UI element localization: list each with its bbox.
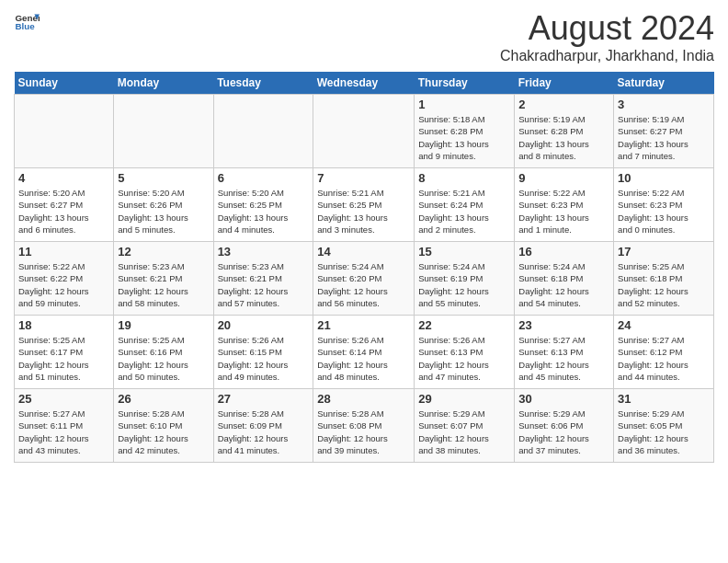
- calendar-cell: 26Sunrise: 5:28 AM Sunset: 6:10 PM Dayli…: [114, 389, 213, 463]
- day-number: 3: [618, 98, 710, 111]
- calendar-week-2: 4Sunrise: 5:20 AM Sunset: 6:27 PM Daylig…: [15, 168, 714, 242]
- day-info: Sunrise: 5:19 AM Sunset: 6:27 PM Dayligh…: [618, 113, 710, 162]
- day-number: 5: [118, 171, 209, 185]
- day-number: 7: [317, 171, 410, 185]
- day-info: Sunrise: 5:29 AM Sunset: 6:05 PM Dayligh…: [618, 408, 710, 456]
- day-info: Sunrise: 5:24 AM Sunset: 6:20 PM Dayligh…: [317, 260, 410, 309]
- calendar-cell: 8Sunrise: 5:21 AM Sunset: 6:24 PM Daylig…: [415, 168, 515, 242]
- calendar-cell: 18Sunrise: 5:25 AM Sunset: 6:17 PM Dayli…: [15, 316, 114, 389]
- day-number: 21: [317, 318, 410, 332]
- header-friday: Friday: [515, 72, 614, 95]
- month-title: August 2024: [500, 9, 714, 48]
- day-number: 18: [18, 318, 109, 332]
- day-number: 2: [518, 98, 609, 111]
- calendar-cell: 5Sunrise: 5:20 AM Sunset: 6:26 PM Daylig…: [114, 168, 213, 242]
- day-info: Sunrise: 5:23 AM Sunset: 6:21 PM Dayligh…: [118, 260, 209, 309]
- day-info: Sunrise: 5:28 AM Sunset: 6:08 PM Dayligh…: [317, 408, 410, 456]
- day-info: Sunrise: 5:27 AM Sunset: 6:13 PM Dayligh…: [518, 334, 609, 383]
- calendar-week-3: 11Sunrise: 5:22 AM Sunset: 6:22 PM Dayli…: [15, 242, 714, 316]
- calendar-cell: 13Sunrise: 5:23 AM Sunset: 6:21 PM Dayli…: [213, 242, 313, 316]
- calendar-cell: 28Sunrise: 5:28 AM Sunset: 6:08 PM Dayli…: [313, 389, 415, 463]
- calendar-cell: 11Sunrise: 5:22 AM Sunset: 6:22 PM Dayli…: [15, 242, 114, 316]
- day-info: Sunrise: 5:23 AM Sunset: 6:21 PM Dayligh…: [218, 260, 310, 309]
- page-container: General Blue August 2024 Chakradharpur, …: [0, 0, 728, 467]
- calendar-cell: 6Sunrise: 5:20 AM Sunset: 6:25 PM Daylig…: [213, 168, 313, 242]
- day-info: Sunrise: 5:26 AM Sunset: 6:14 PM Dayligh…: [317, 334, 410, 383]
- calendar-cell: 10Sunrise: 5:22 AM Sunset: 6:23 PM Dayli…: [614, 168, 714, 242]
- calendar-cell: 22Sunrise: 5:26 AM Sunset: 6:13 PM Dayli…: [415, 316, 515, 389]
- day-number: 27: [218, 392, 310, 406]
- day-number: 31: [618, 392, 710, 406]
- day-info: Sunrise: 5:18 AM Sunset: 6:28 PM Dayligh…: [418, 113, 510, 162]
- calendar-cell: 20Sunrise: 5:26 AM Sunset: 6:15 PM Dayli…: [213, 316, 313, 389]
- day-number: 16: [518, 245, 609, 259]
- day-info: Sunrise: 5:19 AM Sunset: 6:28 PM Dayligh…: [518, 113, 609, 162]
- calendar-cell: [213, 95, 313, 168]
- day-number: 11: [18, 245, 109, 259]
- header-thursday: Thursday: [415, 72, 515, 95]
- calendar-week-4: 18Sunrise: 5:25 AM Sunset: 6:17 PM Dayli…: [15, 316, 714, 389]
- day-number: 14: [317, 245, 410, 259]
- day-info: Sunrise: 5:25 AM Sunset: 6:17 PM Dayligh…: [18, 334, 109, 383]
- day-number: 13: [218, 245, 310, 259]
- day-number: 25: [18, 392, 109, 406]
- svg-text:Blue: Blue: [15, 21, 35, 31]
- calendar-cell: 12Sunrise: 5:23 AM Sunset: 6:21 PM Dayli…: [114, 242, 213, 316]
- calendar-cell: 9Sunrise: 5:22 AM Sunset: 6:23 PM Daylig…: [515, 168, 614, 242]
- day-info: Sunrise: 5:29 AM Sunset: 6:07 PM Dayligh…: [418, 408, 510, 456]
- day-info: Sunrise: 5:25 AM Sunset: 6:16 PM Dayligh…: [118, 334, 209, 383]
- calendar-cell: 14Sunrise: 5:24 AM Sunset: 6:20 PM Dayli…: [313, 242, 415, 316]
- day-info: Sunrise: 5:20 AM Sunset: 6:26 PM Dayligh…: [118, 187, 209, 236]
- day-info: Sunrise: 5:25 AM Sunset: 6:18 PM Dayligh…: [618, 260, 710, 309]
- calendar-cell: 29Sunrise: 5:29 AM Sunset: 6:07 PM Dayli…: [415, 389, 515, 463]
- calendar-cell: [313, 95, 415, 168]
- day-info: Sunrise: 5:24 AM Sunset: 6:18 PM Dayligh…: [518, 260, 609, 309]
- day-number: 28: [317, 392, 410, 406]
- calendar-cell: 31Sunrise: 5:29 AM Sunset: 6:05 PM Dayli…: [614, 389, 714, 463]
- header-sunday: Sunday: [15, 72, 114, 95]
- day-number: 6: [218, 171, 310, 185]
- calendar-cell: 16Sunrise: 5:24 AM Sunset: 6:18 PM Dayli…: [515, 242, 614, 316]
- header-tuesday: Tuesday: [213, 72, 313, 95]
- day-number: 26: [118, 392, 209, 406]
- calendar-cell: 19Sunrise: 5:25 AM Sunset: 6:16 PM Dayli…: [114, 316, 213, 389]
- day-info: Sunrise: 5:28 AM Sunset: 6:09 PM Dayligh…: [218, 408, 310, 456]
- calendar-table: Sunday Monday Tuesday Wednesday Thursday…: [14, 72, 714, 463]
- day-number: 23: [518, 318, 609, 332]
- calendar-cell: 24Sunrise: 5:27 AM Sunset: 6:12 PM Dayli…: [614, 316, 714, 389]
- day-number: 12: [118, 245, 209, 259]
- logo-icon: General Blue: [14, 9, 40, 35]
- calendar-cell: 21Sunrise: 5:26 AM Sunset: 6:14 PM Dayli…: [313, 316, 415, 389]
- day-info: Sunrise: 5:21 AM Sunset: 6:25 PM Dayligh…: [317, 187, 410, 236]
- calendar-cell: [15, 95, 114, 168]
- calendar-week-1: 1Sunrise: 5:18 AM Sunset: 6:28 PM Daylig…: [15, 95, 714, 168]
- calendar-body: 1Sunrise: 5:18 AM Sunset: 6:28 PM Daylig…: [15, 95, 714, 463]
- title-section: August 2024 Chakradharpur, Jharkhand, In…: [500, 9, 714, 64]
- calendar-cell: 25Sunrise: 5:27 AM Sunset: 6:11 PM Dayli…: [15, 389, 114, 463]
- day-info: Sunrise: 5:20 AM Sunset: 6:27 PM Dayligh…: [18, 187, 109, 236]
- day-number: 20: [218, 318, 310, 332]
- calendar-cell: 23Sunrise: 5:27 AM Sunset: 6:13 PM Dayli…: [515, 316, 614, 389]
- day-info: Sunrise: 5:29 AM Sunset: 6:06 PM Dayligh…: [518, 408, 609, 456]
- header-saturday: Saturday: [614, 72, 714, 95]
- day-info: Sunrise: 5:28 AM Sunset: 6:10 PM Dayligh…: [118, 408, 209, 456]
- day-info: Sunrise: 5:26 AM Sunset: 6:15 PM Dayligh…: [218, 334, 310, 383]
- day-number: 17: [618, 245, 710, 259]
- calendar-cell: 2Sunrise: 5:19 AM Sunset: 6:28 PM Daylig…: [515, 95, 614, 168]
- header-wednesday: Wednesday: [313, 72, 415, 95]
- day-number: 29: [418, 392, 510, 406]
- calendar-cell: 3Sunrise: 5:19 AM Sunset: 6:27 PM Daylig…: [614, 95, 714, 168]
- calendar-cell: 4Sunrise: 5:20 AM Sunset: 6:27 PM Daylig…: [15, 168, 114, 242]
- day-info: Sunrise: 5:22 AM Sunset: 6:22 PM Dayligh…: [18, 260, 109, 309]
- day-number: 9: [518, 171, 609, 185]
- day-info: Sunrise: 5:22 AM Sunset: 6:23 PM Dayligh…: [618, 187, 710, 236]
- day-info: Sunrise: 5:26 AM Sunset: 6:13 PM Dayligh…: [418, 334, 510, 383]
- calendar-header: Sunday Monday Tuesday Wednesday Thursday…: [15, 72, 714, 95]
- day-number: 30: [518, 392, 609, 406]
- calendar-cell: 1Sunrise: 5:18 AM Sunset: 6:28 PM Daylig…: [415, 95, 515, 168]
- header-monday: Monday: [114, 72, 213, 95]
- day-number: 24: [618, 318, 710, 332]
- calendar-cell: 15Sunrise: 5:24 AM Sunset: 6:19 PM Dayli…: [415, 242, 515, 316]
- day-number: 22: [418, 318, 510, 332]
- day-info: Sunrise: 5:20 AM Sunset: 6:25 PM Dayligh…: [218, 187, 310, 236]
